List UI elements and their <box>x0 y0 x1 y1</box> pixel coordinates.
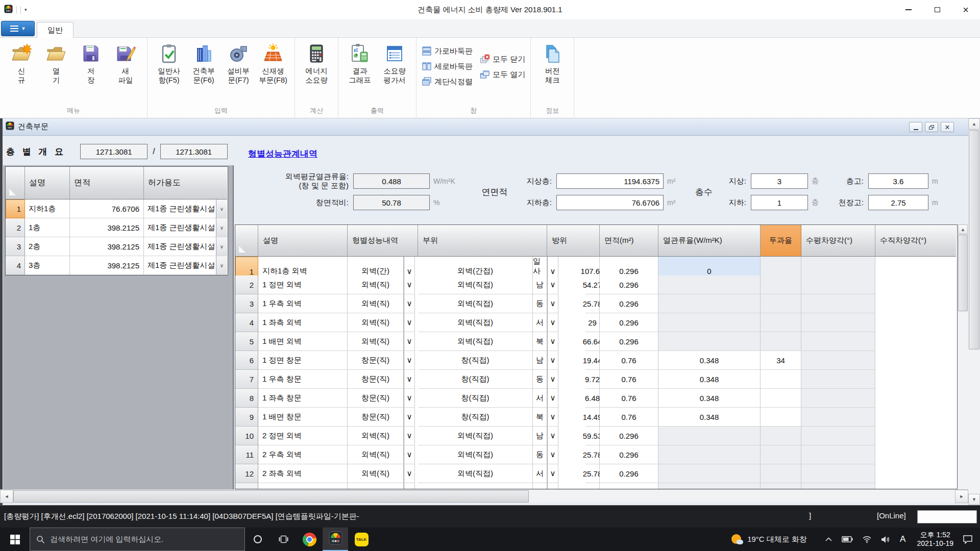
wifi-indicator[interactable] <box>862 535 872 543</box>
column-header-name[interactable]: 설명 <box>258 225 348 257</box>
scroll-left-icon[interactable]: ◄ <box>0 490 13 503</box>
row-name[interactable]: 1 우측 창문 <box>258 370 348 389</box>
row-direction[interactable]: 서 <box>533 464 547 483</box>
row-transmittance[interactable] <box>658 332 761 351</box>
chrome-button[interactable] <box>296 528 323 551</box>
floor-area-permitted-field[interactable]: 1271.3081 <box>160 144 228 159</box>
horizontal-scrollbar[interactable]: ◄ ► <box>0 489 968 503</box>
row-part[interactable]: 창(직접) <box>418 351 533 370</box>
row-horizontal-shade[interactable] <box>761 276 801 294</box>
floor-row-number[interactable]: 4 <box>6 256 25 275</box>
row-vertical-shade[interactable] <box>801 332 875 351</box>
row-transmittance[interactable]: 0.348 <box>658 370 761 389</box>
row-horizontal-shade[interactable] <box>761 408 801 427</box>
column-header-uvalue[interactable]: 열관류율(W/m²K) <box>658 225 761 257</box>
ribbon-button-equipment[interactable]: 설비부문(F7) <box>222 41 255 85</box>
column-header-area[interactable]: 면적 <box>70 167 144 199</box>
row-direction[interactable]: 북 <box>533 408 547 427</box>
child-restore-button[interactable] <box>925 122 938 132</box>
row-area[interactable]: 6.48 <box>585 389 600 408</box>
row-horizontal-shade[interactable]: 34 <box>761 351 801 370</box>
type-dropdown[interactable]: ∨ <box>404 408 415 427</box>
row-number[interactable]: 9 <box>235 408 258 427</box>
row-area[interactable]: 25.78 <box>585 464 600 483</box>
row-uvalue[interactable]: 0.76 <box>600 389 658 408</box>
row-type[interactable]: 창문(직) <box>348 370 404 389</box>
row-number[interactable]: 5 <box>235 332 258 351</box>
column-header-horizontal-shade[interactable]: 수평차양각(°) <box>801 225 875 257</box>
row-part[interactable]: 창(직접) <box>418 370 533 389</box>
envelope-table-row[interactable]: 61 정면 창문창문(직)∨창(직접)남∨19.440.760.34834 <box>235 351 957 370</box>
row-name[interactable]: 1 우측 외벽 <box>258 294 348 313</box>
row-direction[interactable]: 북 <box>533 483 547 489</box>
floor-row-name[interactable]: 2층 <box>25 237 70 256</box>
tray-expand-button[interactable] <box>825 537 832 542</box>
row-part[interactable]: 창(직접) <box>418 389 533 408</box>
row-transmittance[interactable] <box>658 294 761 313</box>
row-part[interactable]: 외벽(직접) <box>418 313 533 332</box>
column-header-area[interactable]: 면적(m²) <box>600 225 658 257</box>
row-direction[interactable]: 북 <box>533 332 547 351</box>
mdi-vertical-scrollbar[interactable]: ▲ ▼ <box>968 118 980 505</box>
envelope-table-row[interactable]: 112 우측 외벽외벽(직)∨외벽(직접)동∨25.780.296 <box>235 445 957 464</box>
row-type[interactable]: 창문(직) <box>348 351 404 370</box>
floors-below-field[interactable]: 1 <box>751 195 808 210</box>
ribbon-button-close-all[interactable]: 모두 닫기 <box>480 53 525 65</box>
row-type[interactable]: 창문(직) <box>348 389 404 408</box>
type-dropdown[interactable]: ∨ <box>404 427 415 445</box>
floors-above-field[interactable]: 3 <box>751 173 808 189</box>
row-area[interactable]: 67.93 <box>585 483 600 489</box>
row-horizontal-shade[interactable] <box>761 370 801 389</box>
row-horizontal-shade[interactable] <box>761 445 801 464</box>
row-number[interactable]: 12 <box>235 464 258 483</box>
row-name[interactable]: 1 정면 창문 <box>258 351 348 370</box>
floor-row-use[interactable]: 제1종 근린생활시설∨ <box>144 237 227 256</box>
floor-row-area[interactable]: 398.2125 <box>70 256 144 275</box>
row-type[interactable]: 외벽(직) <box>348 445 404 464</box>
row-uvalue[interactable]: 0.296 <box>600 483 658 489</box>
column-header-vertical-shade[interactable]: 수직차양각(°) <box>875 225 956 257</box>
performance-relation-link[interactable]: 형별성능관계내역 <box>248 148 317 160</box>
row-area[interactable]: 66.64 <box>585 332 600 351</box>
row-number[interactable]: 2 <box>235 276 258 294</box>
row-area[interactable]: 29 <box>585 313 600 332</box>
row-part[interactable]: 외벽(직접) <box>418 332 533 351</box>
type-dropdown[interactable]: ∨ <box>404 294 415 313</box>
clock[interactable]: 오후 1:52 2021-10-19 <box>917 531 953 548</box>
direction-dropdown[interactable]: ∨ <box>547 408 558 427</box>
maximize-button[interactable] <box>923 0 951 19</box>
ribbon-button-tile-horizontal[interactable]: 가로바둑판 <box>422 45 473 57</box>
ribbon-button-version-check[interactable]: 버전체크 <box>536 41 569 85</box>
floor-row-area[interactable]: 398.2125 <box>70 237 144 256</box>
app-menu-button[interactable]: ▼ <box>1 21 35 36</box>
child-minimize-button[interactable] <box>909 122 922 132</box>
row-vertical-shade[interactable] <box>801 351 875 370</box>
row-part[interactable]: 외벽(직접) <box>418 427 533 445</box>
ribbon-button-calculator[interactable]: 에너지소요량 <box>300 41 333 85</box>
type-dropdown[interactable]: ∨ <box>404 464 415 483</box>
row-part[interactable]: 외벽(직접) <box>418 464 533 483</box>
row-number[interactable]: 3 <box>235 294 258 313</box>
row-transmittance[interactable] <box>658 427 761 445</box>
row-transmittance[interactable] <box>658 464 761 483</box>
row-uvalue[interactable]: 0.296 <box>600 445 658 464</box>
direction-dropdown[interactable]: ∨ <box>547 370 558 389</box>
floor-row-number[interactable]: 2 <box>6 218 25 237</box>
row-direction[interactable]: 동 <box>533 294 547 313</box>
direction-dropdown[interactable]: ∨ <box>547 313 558 332</box>
row-type[interactable]: 외벽(직) <box>348 483 404 489</box>
column-header-use[interactable]: 허가용도 <box>144 167 227 199</box>
row-part[interactable]: 외벽(직접) <box>418 483 533 489</box>
row-type[interactable]: 외벽(직) <box>348 294 404 313</box>
kakaotalk-button[interactable]: TALK <box>348 528 375 551</box>
dropdown-arrow-icon[interactable]: ∨ <box>216 237 227 256</box>
floor-row-number[interactable]: 3 <box>6 237 25 256</box>
row-type[interactable]: 외벽(직) <box>348 427 404 445</box>
floor-table-row[interactable]: 1지하1층76.6706제1종 근린생활시설∨ <box>6 199 228 218</box>
ribbon-button-report[interactable]: 소요량평가서 <box>378 41 411 85</box>
select-all-corner[interactable] <box>235 225 258 257</box>
envelope-table-row[interactable]: 102 정면 외벽외벽(직)∨외벽(직접)남∨59.530.296 <box>235 427 957 445</box>
row-part[interactable]: 창(직접) <box>418 408 533 427</box>
row-direction[interactable]: 남 <box>533 351 547 370</box>
row-type[interactable]: 외벽(직) <box>348 332 404 351</box>
